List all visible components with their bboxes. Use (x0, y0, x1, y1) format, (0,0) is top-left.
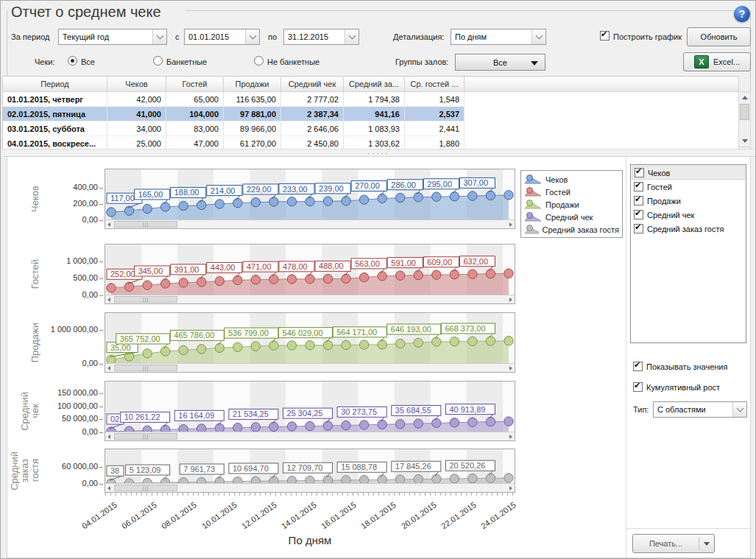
date-from-select[interactable]: 01.01.2015 (184, 29, 260, 45)
radio-all[interactable] (68, 56, 77, 66)
scroll-thumb[interactable]: ||| (114, 296, 177, 303)
data-point[interactable] (342, 421, 350, 429)
data-point[interactable] (233, 198, 242, 207)
data-point[interactable] (414, 338, 423, 347)
data-point[interactable] (378, 340, 386, 349)
series-checkbox[interactable] (634, 196, 643, 205)
data-point[interactable] (432, 337, 441, 346)
scroll-right-arrow-icon[interactable] (509, 222, 512, 227)
column-header[interactable]: Ср. гостей ... (405, 77, 464, 92)
dropdown-button[interactable] (152, 29, 166, 44)
h-scrollbar[interactable]: ||| (105, 363, 515, 372)
data-point[interactable] (251, 275, 260, 284)
data-point[interactable] (468, 191, 477, 200)
scroll-thumb[interactable]: ||| (114, 485, 177, 491)
data-point[interactable] (287, 422, 296, 431)
print-dropdown-button[interactable] (699, 542, 714, 546)
splitter-handle[interactable]: ····· (2, 149, 755, 157)
data-point[interactable] (396, 339, 405, 348)
scroll-left-arrow-icon[interactable] (107, 366, 110, 370)
data-point[interactable] (143, 204, 152, 213)
data-point[interactable] (359, 273, 368, 281)
chart-type-select[interactable]: С областями (653, 401, 747, 418)
series-listbox[interactable]: ЧековГостейПродажиСредний чекСредний зак… (630, 164, 746, 343)
data-point[interactable] (251, 423, 260, 432)
data-point[interactable] (160, 347, 169, 356)
data-point[interactable] (359, 340, 368, 349)
data-point[interactable] (323, 340, 332, 349)
data-point[interactable] (107, 208, 116, 217)
data-point[interactable] (269, 422, 278, 431)
data-point[interactable] (143, 349, 152, 358)
column-header[interactable]: Средний за... (344, 77, 405, 92)
data-point[interactable] (215, 200, 224, 208)
data-point[interactable] (251, 198, 260, 207)
data-point[interactable] (378, 420, 386, 429)
data-point[interactable] (179, 278, 188, 287)
table-row[interactable]: 03.01.2015, суббота34,00083,00089 966,00… (3, 122, 739, 136)
scroll-thumb[interactable]: ||| (114, 433, 177, 440)
data-point[interactable] (160, 203, 169, 211)
data-point[interactable] (450, 270, 459, 279)
data-point[interactable] (396, 420, 405, 429)
data-point[interactable] (179, 345, 188, 354)
excel-button[interactable]: Excel... (683, 52, 751, 71)
column-header[interactable]: Период (3, 77, 107, 92)
data-point[interactable] (342, 340, 350, 349)
data-point[interactable] (287, 197, 296, 206)
data-point[interactable] (305, 197, 314, 205)
data-point[interactable] (143, 281, 152, 289)
print-button[interactable]: Печать... (632, 534, 715, 553)
h-scrollbar[interactable]: ||| (105, 432, 515, 440)
data-point[interactable] (269, 275, 278, 284)
scroll-right-arrow-icon[interactable] (509, 486, 512, 491)
data-point[interactable] (450, 192, 459, 201)
data-point[interactable] (450, 474, 459, 483)
data-point[interactable] (468, 337, 477, 345)
data-point[interactable] (486, 417, 495, 426)
scroll-down-button[interactable] (739, 136, 750, 147)
data-point[interactable] (305, 421, 314, 430)
data-point[interactable] (233, 342, 242, 351)
data-point[interactable] (323, 274, 332, 283)
series-checkbox[interactable] (634, 210, 643, 219)
help-icon[interactable] (734, 6, 750, 22)
data-point[interactable] (197, 278, 206, 286)
data-point[interactable] (323, 197, 332, 205)
show-values-checkbox[interactable] (633, 362, 643, 371)
series-checkbox[interactable] (634, 182, 643, 191)
data-point[interactable] (160, 279, 169, 288)
data-point[interactable] (323, 421, 332, 430)
data-point[interactable] (396, 271, 405, 280)
data-point[interactable] (342, 197, 350, 205)
scroll-left-arrow-icon[interactable] (107, 435, 110, 439)
cumulative-checkbox[interactable] (633, 382, 643, 392)
table-vertical-scrollbar[interactable] (738, 91, 751, 147)
data-point[interactable] (197, 200, 206, 209)
scroll-right-arrow-icon[interactable] (509, 435, 512, 439)
scroll-thumb[interactable] (740, 104, 749, 120)
scroll-right-arrow-icon[interactable] (509, 366, 512, 370)
data-point[interactable] (504, 269, 513, 278)
data-point[interactable] (414, 419, 423, 428)
data-point[interactable] (342, 274, 350, 283)
data-point[interactable] (269, 197, 278, 206)
cumulative-option[interactable]: Кумулятивный рост (633, 382, 720, 392)
data-point[interactable] (396, 193, 405, 202)
data-point[interactable] (251, 342, 260, 351)
series-checkbox[interactable] (634, 224, 643, 233)
data-point[interactable] (504, 417, 513, 426)
series-list-item[interactable]: Средний заказ гостя (632, 222, 745, 236)
column-header[interactable]: Чеков (107, 77, 166, 92)
h-scrollbar[interactable]: ||| (105, 483, 515, 492)
data-point[interactable] (414, 270, 423, 279)
data-point[interactable] (287, 341, 296, 350)
data-point[interactable] (504, 474, 513, 482)
data-point[interactable] (414, 193, 423, 202)
data-point[interactable] (432, 418, 441, 427)
data-point[interactable] (359, 195, 368, 204)
column-header[interactable]: Продажи (224, 77, 281, 92)
series-list-item[interactable]: Продажи (632, 194, 745, 208)
series-list-item[interactable]: Гостей (632, 180, 745, 194)
scroll-left-arrow-icon[interactable] (107, 298, 110, 302)
